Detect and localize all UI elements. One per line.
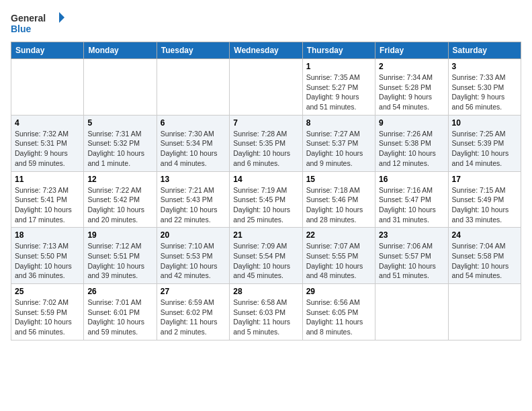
day-number: 18 xyxy=(15,230,80,240)
calendar-cell: 6Sunrise: 7:30 AM Sunset: 5:34 PM Daylig… xyxy=(157,115,229,171)
day-number: 19 xyxy=(87,230,152,240)
calendar-cell: 4Sunrise: 7:32 AM Sunset: 5:31 PM Daylig… xyxy=(11,115,84,171)
day-number: 14 xyxy=(233,175,298,184)
calendar-cell: 17Sunrise: 7:15 AM Sunset: 5:49 PM Dayli… xyxy=(448,171,521,228)
calendar-cell: 28Sunrise: 6:58 AM Sunset: 6:03 PM Dayli… xyxy=(230,284,302,340)
day-number: 22 xyxy=(306,230,371,240)
weekday-header-friday: Friday xyxy=(375,42,448,59)
weekday-header-monday: Monday xyxy=(84,42,157,59)
day-info: Sunrise: 7:19 AM Sunset: 5:45 PM Dayligh… xyxy=(233,185,298,225)
calendar-week-4: 18Sunrise: 7:13 AM Sunset: 5:50 PM Dayli… xyxy=(11,228,521,284)
day-info: Sunrise: 7:25 AM Sunset: 5:39 PM Dayligh… xyxy=(452,129,517,169)
calendar-cell: 13Sunrise: 7:21 AM Sunset: 5:43 PM Dayli… xyxy=(157,171,229,228)
calendar-table: SundayMondayTuesdayWednesdayThursdayFrid… xyxy=(11,42,521,340)
svg-marker-2 xyxy=(59,12,64,23)
day-info: Sunrise: 7:21 AM Sunset: 5:43 PM Dayligh… xyxy=(161,185,226,225)
day-number: 3 xyxy=(452,62,517,71)
calendar-header-row: SundayMondayTuesdayWednesdayThursdayFrid… xyxy=(11,42,521,59)
day-info: Sunrise: 7:15 AM Sunset: 5:49 PM Dayligh… xyxy=(452,185,517,225)
day-number: 25 xyxy=(15,287,80,296)
day-info: Sunrise: 7:26 AM Sunset: 5:38 PM Dayligh… xyxy=(379,129,444,169)
calendar-cell: 23Sunrise: 7:06 AM Sunset: 5:57 PM Dayli… xyxy=(375,228,448,284)
day-number: 9 xyxy=(379,118,444,128)
day-number: 20 xyxy=(161,230,226,240)
day-info: Sunrise: 7:10 AM Sunset: 5:53 PM Dayligh… xyxy=(161,241,226,281)
calendar-cell: 21Sunrise: 7:09 AM Sunset: 5:54 PM Dayli… xyxy=(230,228,302,284)
day-info: Sunrise: 6:59 AM Sunset: 6:02 PM Dayligh… xyxy=(161,298,226,337)
day-info: Sunrise: 7:02 AM Sunset: 5:59 PM Dayligh… xyxy=(15,298,80,337)
day-number: 6 xyxy=(161,118,226,128)
calendar-cell xyxy=(11,59,84,116)
day-info: Sunrise: 7:09 AM Sunset: 5:54 PM Dayligh… xyxy=(233,241,298,281)
calendar-cell: 18Sunrise: 7:13 AM Sunset: 5:50 PM Dayli… xyxy=(11,228,84,284)
calendar-cell: 12Sunrise: 7:22 AM Sunset: 5:42 PM Dayli… xyxy=(84,171,157,228)
calendar-week-1: 1Sunrise: 7:35 AM Sunset: 5:27 PM Daylig… xyxy=(11,59,521,116)
logo-svg: General Blue xyxy=(11,11,64,38)
day-info: Sunrise: 6:56 AM Sunset: 6:05 PM Dayligh… xyxy=(306,298,371,337)
calendar-cell xyxy=(375,284,448,340)
day-number: 15 xyxy=(306,175,371,184)
day-info: Sunrise: 7:27 AM Sunset: 5:37 PM Dayligh… xyxy=(306,129,371,169)
weekday-header-wednesday: Wednesday xyxy=(230,42,302,59)
calendar-cell: 22Sunrise: 7:07 AM Sunset: 5:55 PM Dayli… xyxy=(302,228,375,284)
day-number: 17 xyxy=(452,175,517,184)
weekday-header-saturday: Saturday xyxy=(448,42,521,59)
day-number: 8 xyxy=(306,118,371,128)
logo: General Blue xyxy=(11,11,64,38)
day-info: Sunrise: 7:22 AM Sunset: 5:42 PM Dayligh… xyxy=(87,185,152,225)
day-info: Sunrise: 7:31 AM Sunset: 5:32 PM Dayligh… xyxy=(87,129,152,169)
day-number: 7 xyxy=(233,118,298,128)
calendar-cell: 2Sunrise: 7:34 AM Sunset: 5:28 PM Daylig… xyxy=(375,59,448,116)
calendar-cell: 20Sunrise: 7:10 AM Sunset: 5:53 PM Dayli… xyxy=(157,228,229,284)
calendar-cell: 25Sunrise: 7:02 AM Sunset: 5:59 PM Dayli… xyxy=(11,284,84,340)
day-number: 23 xyxy=(379,230,444,240)
day-number: 26 xyxy=(87,287,152,296)
day-info: Sunrise: 6:58 AM Sunset: 6:03 PM Dayligh… xyxy=(233,298,298,337)
day-number: 11 xyxy=(15,175,80,184)
day-info: Sunrise: 7:30 AM Sunset: 5:34 PM Dayligh… xyxy=(161,129,226,169)
day-info: Sunrise: 7:23 AM Sunset: 5:41 PM Dayligh… xyxy=(15,185,80,225)
day-number: 28 xyxy=(233,287,298,296)
calendar-week-5: 25Sunrise: 7:02 AM Sunset: 5:59 PM Dayli… xyxy=(11,284,521,340)
day-number: 21 xyxy=(233,230,298,240)
day-number: 2 xyxy=(379,62,444,71)
calendar-cell: 1Sunrise: 7:35 AM Sunset: 5:27 PM Daylig… xyxy=(302,59,375,116)
day-info: Sunrise: 7:06 AM Sunset: 5:57 PM Dayligh… xyxy=(379,241,444,281)
day-number: 1 xyxy=(306,62,371,71)
calendar-cell: 15Sunrise: 7:18 AM Sunset: 5:46 PM Dayli… xyxy=(302,171,375,228)
day-info: Sunrise: 7:04 AM Sunset: 5:58 PM Dayligh… xyxy=(452,241,517,281)
day-number: 5 xyxy=(87,118,152,128)
calendar-cell: 11Sunrise: 7:23 AM Sunset: 5:41 PM Dayli… xyxy=(11,171,84,228)
weekday-header-sunday: Sunday xyxy=(11,42,84,59)
calendar-cell: 14Sunrise: 7:19 AM Sunset: 5:45 PM Dayli… xyxy=(230,171,302,228)
calendar-cell: 26Sunrise: 7:01 AM Sunset: 6:01 PM Dayli… xyxy=(84,284,157,340)
weekday-header-tuesday: Tuesday xyxy=(157,42,229,59)
day-number: 12 xyxy=(87,175,152,184)
calendar-cell: 16Sunrise: 7:16 AM Sunset: 5:47 PM Dayli… xyxy=(375,171,448,228)
day-number: 29 xyxy=(306,287,371,296)
svg-text:General: General xyxy=(11,13,46,24)
calendar-cell: 3Sunrise: 7:33 AM Sunset: 5:30 PM Daylig… xyxy=(448,59,521,116)
calendar-cell: 5Sunrise: 7:31 AM Sunset: 5:32 PM Daylig… xyxy=(84,115,157,171)
svg-text:Blue: Blue xyxy=(11,24,32,34)
day-number: 10 xyxy=(452,118,517,128)
day-number: 24 xyxy=(452,230,517,240)
day-number: 16 xyxy=(379,175,444,184)
calendar-week-2: 4Sunrise: 7:32 AM Sunset: 5:31 PM Daylig… xyxy=(11,115,521,171)
calendar-cell: 9Sunrise: 7:26 AM Sunset: 5:38 PM Daylig… xyxy=(375,115,448,171)
calendar-cell: 24Sunrise: 7:04 AM Sunset: 5:58 PM Dayli… xyxy=(448,228,521,284)
calendar-cell xyxy=(157,59,229,116)
calendar-cell: 19Sunrise: 7:12 AM Sunset: 5:51 PM Dayli… xyxy=(84,228,157,284)
page-header: General Blue xyxy=(11,11,521,38)
calendar-cell xyxy=(230,59,302,116)
day-info: Sunrise: 7:33 AM Sunset: 5:30 PM Dayligh… xyxy=(452,73,517,112)
calendar-cell: 29Sunrise: 6:56 AM Sunset: 6:05 PM Dayli… xyxy=(302,284,375,340)
day-info: Sunrise: 7:13 AM Sunset: 5:50 PM Dayligh… xyxy=(15,241,80,281)
day-info: Sunrise: 7:16 AM Sunset: 5:47 PM Dayligh… xyxy=(379,185,444,225)
weekday-header-thursday: Thursday xyxy=(302,42,375,59)
day-info: Sunrise: 7:34 AM Sunset: 5:28 PM Dayligh… xyxy=(379,73,444,112)
day-number: 13 xyxy=(161,175,226,184)
day-info: Sunrise: 7:12 AM Sunset: 5:51 PM Dayligh… xyxy=(87,241,152,281)
day-number: 4 xyxy=(15,118,80,128)
day-info: Sunrise: 7:01 AM Sunset: 6:01 PM Dayligh… xyxy=(87,298,152,337)
